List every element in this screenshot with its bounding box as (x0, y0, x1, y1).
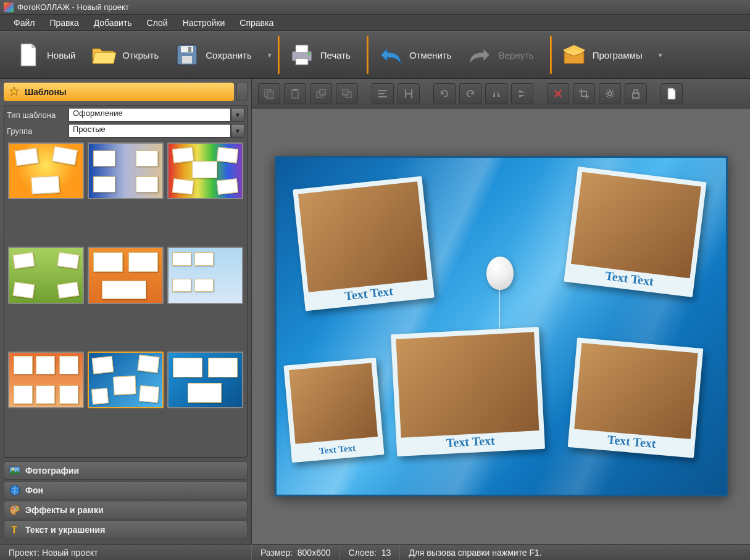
crop-button[interactable] (573, 83, 595, 104)
section-background[interactable]: Фон (4, 481, 248, 500)
new-label: Новый (47, 50, 75, 60)
template-thumb[interactable] (167, 352, 243, 408)
template-thumb[interactable] (167, 142, 243, 199)
print-label: Печать (320, 50, 351, 60)
canvas-area: Text Text Text Text Text Text Text Text … (252, 79, 750, 544)
new-page-button[interactable] (660, 83, 683, 104)
paste-button[interactable] (284, 83, 306, 104)
svg-rect-2 (182, 56, 192, 64)
send-back-button[interactable] (336, 83, 358, 104)
template-thumb[interactable] (88, 247, 164, 303)
svg-rect-3 (188, 47, 191, 52)
balloon-decoration[interactable] (486, 257, 514, 290)
globe-icon (9, 485, 20, 496)
canvas-viewport[interactable]: Text Text Text Text Text Text Text Text … (252, 109, 750, 544)
polaroid-frame[interactable]: Text Text (283, 358, 384, 463)
programs-label: Программы (593, 50, 643, 60)
menubar: Файл Правка Добавить Слой Настройки Спра… (0, 15, 750, 31)
copy-button[interactable] (258, 83, 280, 104)
flip-h-button[interactable] (485, 83, 507, 104)
background-label: Фон (25, 485, 43, 495)
svg-rect-5 (296, 45, 308, 52)
template-thumb[interactable] (167, 247, 243, 303)
photos-label: Фотографии (25, 466, 79, 476)
menu-file[interactable]: Файл (6, 15, 42, 30)
template-group-dropdown[interactable]: ▼ (231, 124, 244, 138)
app-icon (4, 2, 14, 12)
template-thumb[interactable] (8, 352, 84, 408)
menu-layer[interactable]: Слой (140, 15, 175, 30)
section-effects[interactable]: Эффекты и рамки (4, 501, 248, 519)
open-button[interactable]: Открыть (86, 38, 170, 72)
template-type-dropdown[interactable]: ▼ (231, 108, 244, 121)
polaroid-frame[interactable]: Text Text (567, 337, 703, 458)
print-button[interactable]: Печать (285, 38, 362, 72)
photo-slot[interactable] (396, 332, 539, 438)
polaroid-caption[interactable]: Text Text (291, 440, 384, 459)
settings-button[interactable] (599, 83, 621, 104)
svg-rect-6 (296, 59, 308, 65)
star-icon (9, 86, 20, 97)
section-templates[interactable]: Шаблоны (4, 83, 234, 101)
menu-add[interactable]: Добавить (86, 15, 140, 30)
template-thumb[interactable] (8, 247, 84, 303)
photo-slot[interactable] (570, 172, 701, 279)
undo-button[interactable]: Отменить (373, 38, 463, 72)
text-icon: T (9, 524, 20, 535)
template-type-select[interactable]: Оформление (69, 108, 231, 121)
flip-v-button[interactable] (511, 83, 533, 104)
polaroid-frame[interactable]: Text Text (390, 327, 544, 456)
svg-rect-18 (293, 89, 297, 91)
statusbar: Проект: Новый проект Размер: 800x600 Сло… (0, 544, 750, 560)
rotate-left-button[interactable] (433, 83, 456, 104)
template-thumb[interactable] (88, 142, 164, 199)
template-thumb[interactable] (88, 352, 164, 408)
canvas-toolbar (252, 79, 750, 109)
palette-icon (9, 504, 20, 516)
polaroid-frame[interactable]: Text Text (564, 167, 706, 297)
sidebar: Шаблоны Тип шаблона Оформление ▼ Группа … (0, 79, 252, 544)
section-photos[interactable]: Фотографии (4, 461, 248, 480)
template-thumb[interactable] (8, 142, 84, 199)
window-title: ФотоКОЛЛАЖ - Новый проект (17, 2, 129, 12)
redo-label: Вернуть (498, 50, 533, 60)
new-button[interactable]: Новый (11, 38, 86, 72)
photo-slot[interactable] (574, 343, 698, 439)
programs-dropdown[interactable]: ▼ (657, 52, 664, 59)
polaroid-frame[interactable]: Text Text (293, 176, 435, 311)
programs-button[interactable]: Программы (557, 38, 654, 72)
menu-help[interactable]: Справка (232, 15, 281, 30)
toolbar-separator (367, 36, 369, 74)
align-button[interactable] (372, 83, 394, 104)
delete-button[interactable] (547, 83, 569, 104)
undo-label: Отменить (409, 50, 452, 60)
svg-text:T: T (11, 525, 17, 535)
toolbar-separator (550, 36, 552, 74)
distribute-button[interactable] (398, 83, 420, 104)
save-label: Сохранить (206, 50, 252, 60)
bring-front-button[interactable] (310, 83, 332, 104)
templates-label: Шаблоны (25, 87, 67, 97)
menu-edit[interactable]: Правка (42, 15, 86, 30)
toolbar-separator (278, 36, 280, 74)
save-dropdown[interactable]: ▼ (267, 52, 273, 59)
photo-icon (9, 465, 20, 476)
menu-settings[interactable]: Настройки (175, 15, 233, 30)
lock-button[interactable] (625, 83, 647, 104)
save-button[interactable]: Сохранить (170, 38, 263, 72)
redo-button[interactable]: Вернуть (462, 38, 544, 72)
section-text[interactable]: T Текст и украшения (4, 521, 248, 539)
section-collapse[interactable] (236, 83, 248, 101)
template-group-select[interactable]: Простые (69, 124, 231, 138)
rotate-right-button[interactable] (459, 83, 481, 104)
svg-rect-16 (267, 91, 273, 99)
status-project: Проект: Новый проект (0, 545, 252, 560)
print-icon (290, 43, 314, 67)
collage-canvas[interactable]: Text Text Text Text Text Text Text Text … (275, 156, 728, 496)
photo-slot[interactable] (289, 363, 378, 443)
effects-label: Эффекты и рамки (25, 505, 104, 515)
status-size: Размер: 800x600 (252, 545, 340, 560)
box-icon (562, 43, 586, 67)
svg-rect-17 (292, 89, 298, 98)
photo-slot[interactable] (298, 181, 428, 292)
